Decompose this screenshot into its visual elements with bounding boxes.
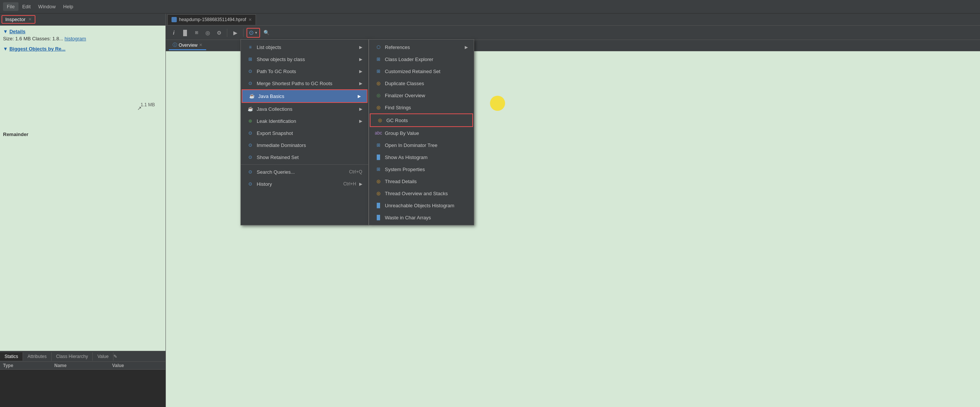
submenu-open-dominator-tree[interactable]: ⊞ Open In Dominator Tree [369, 139, 474, 151]
toolbar-objects-btn[interactable]: ◎ [203, 28, 213, 38]
play-icon: ▶ [233, 30, 237, 36]
path-gc-chevron: ▶ [359, 69, 362, 74]
objects-icon: ◎ [205, 30, 210, 36]
menu-item-export[interactable]: ⊙ Export Snapshot [241, 127, 368, 139]
thread-overview-icon: ◎ [375, 190, 382, 197]
submenu-customized-retained[interactable]: ⊞ Customized Retained Set [369, 65, 474, 77]
history-shortcut: Ctrl+H [344, 181, 356, 186]
show-objects-label: Show objects by class [257, 57, 305, 62]
menu-item-java-collections[interactable]: ☕ Java Collections ▶ [241, 103, 368, 115]
menu-item-history[interactable]: ⊙ History Ctrl+H ▶ [241, 178, 368, 190]
menu-item-show-retained[interactable]: ⊙ Show Retained Set [241, 151, 368, 163]
menu-item-path-to-gc[interactable]: ⊙ Path To GC Roots ▶ [241, 65, 368, 77]
toolbar: i ▐▌ ⊞ ◎ ⚙ ▶ ⊙ ▼ [166, 25, 980, 40]
main-layout: Inspector ✕ ▼ Details Size: 1.6 MB Class… [0, 14, 980, 407]
toolbar-chart-btn[interactable]: ▐▌ [180, 28, 190, 38]
gc-roots-label: GC Roots [387, 118, 408, 123]
finalizer-icon: ◎ [375, 92, 382, 99]
tab-statics[interactable]: Statics [0, 352, 23, 361]
submenu-duplicate-classes[interactable]: ◎ Duplicate Classes [369, 77, 474, 89]
details-label[interactable]: Details [10, 29, 25, 34]
menu-file[interactable]: File [3, 2, 19, 11]
submenu-gc-roots[interactable]: ◎ GC Roots [370, 113, 473, 127]
menu-item-leak[interactable]: ⊕ Leak Identification ▶ [241, 115, 368, 127]
submenu-show-histogram[interactable]: ▐▌ Show As Histogram [369, 151, 474, 163]
submenu-group-by-value[interactable]: abc Group By Value [369, 127, 474, 139]
submenu: ⬡ References ▶ ⊞ Class Loader Explorer ⊞… [369, 39, 474, 225]
refs-chevron: ▶ [465, 45, 468, 50]
details-arrow: ▼ [3, 29, 8, 34]
submenu-thread-overview[interactable]: ◎ Thread Overview and Stacks [369, 187, 474, 199]
menu-item-immediate-dom[interactable]: ⊙ Immediate Dominators [241, 139, 368, 151]
histogram-link[interactable]: histogram [64, 36, 86, 41]
size-annotation: 1.1 MB [141, 102, 155, 107]
leak-icon: ⊕ [247, 118, 254, 124]
toolbar-query-btn[interactable]: ⊙ ▼ [247, 28, 260, 38]
bottom-content: Type Name Value [0, 362, 165, 407]
submenu-finalizer[interactable]: ◎ Finalizer Overview [369, 89, 474, 102]
thread-details-label: Thread Details [385, 179, 417, 184]
submenu-waste-char[interactable]: ▐▌ Waste in Char Arrays [369, 211, 474, 224]
file-tab-close[interactable]: ✕ [248, 17, 252, 22]
show-histogram-label: Show As Histogram [385, 154, 428, 160]
tab-class-hierarchy[interactable]: Class Hierarchy [52, 352, 93, 361]
show-objects-icon: ⊞ [247, 56, 254, 62]
submenu-class-loader[interactable]: ⊞ Class Loader Explorer [369, 53, 474, 65]
menu-help[interactable]: Help [60, 2, 77, 11]
tab-attributes[interactable]: Attributes [23, 352, 52, 361]
biggest-objects-header: ▼ Biggest Objects by Re... [3, 46, 162, 52]
menu-item-show-objects[interactable]: ⊞ Show objects by class ▶ [241, 53, 368, 65]
toolbar-list-btn[interactable]: ⊞ [191, 28, 201, 38]
submenu-find-strings[interactable]: ◎ Find Strings [369, 102, 474, 113]
menu-edit[interactable]: Edit [19, 2, 34, 11]
merge-icon: ⊙ [247, 80, 254, 87]
history-chevron: ▶ [359, 182, 362, 186]
toolbar-info-btn[interactable]: i [169, 28, 179, 38]
loader-label: Class Loader Explorer [385, 57, 433, 62]
inspector-tab-close[interactable]: ✕ [28, 17, 32, 22]
settings-icon: ⚙ [217, 30, 222, 36]
menu-item-search-queries[interactable]: ⊙ Search Queries... Ctrl+Q [241, 166, 368, 178]
submenu-thread-details[interactable]: ◎ Thread Details [369, 175, 474, 187]
toolbar-settings-btn[interactable]: ⚙ [214, 28, 224, 38]
overview-tab[interactable]: ⓘ Overview ✕ [169, 41, 206, 50]
toolbar-sep-1 [227, 29, 227, 37]
customized-label: Customized Retained Set [385, 68, 440, 74]
dropdown-overlay: ≡ List objects ▶ ⊞ Show objects by class… [240, 39, 474, 225]
refs-icon: ⬡ [375, 44, 382, 51]
edit-icon[interactable]: ✎ [113, 354, 117, 359]
export-label: Export Snapshot [257, 130, 293, 136]
menu-item-list-objects[interactable]: ≡ List objects ▶ [241, 41, 368, 53]
java-collections-chevron: ▶ [359, 107, 362, 111]
unreachable-icon: ▐▌ [375, 202, 382, 209]
histogram-icon: ▐▌ [375, 154, 382, 161]
submenu-references[interactable]: ⬡ References ▶ [369, 41, 474, 53]
toolbar-play-btn[interactable]: ▶ [230, 28, 240, 38]
tab-value[interactable]: Value [93, 352, 113, 361]
toolbar-search-btn[interactable]: 🔍 [262, 28, 271, 38]
chart-icon: ▐▌ [181, 30, 189, 36]
bottom-tabs: Statics Attributes Class Hierarchy Value… [0, 351, 165, 407]
menu-item-java-basics[interactable]: ☕ Java Basics ▶ [242, 89, 368, 103]
inspector-content: ▼ Details Size: 1.6 MB Classes: 1.8... h… [0, 25, 165, 351]
open-dominator-label: Open In Dominator Tree [385, 142, 437, 148]
menu-window[interactable]: Window [34, 2, 59, 11]
list-objects-label: List objects [257, 45, 281, 50]
show-retained-label: Show Retained Set [257, 154, 299, 160]
arrow-annotation: ↗ [137, 105, 142, 111]
overview-tab-close[interactable]: ✕ [199, 43, 202, 48]
file-tab[interactable]: heapdump-1588683511494.hprof ✕ [167, 14, 256, 25]
left-panel: Inspector ✕ ▼ Details Size: 1.6 MB Class… [0, 14, 166, 407]
details-section: ▼ Details Size: 1.6 MB Classes: 1.8... h… [3, 29, 162, 41]
info-icon: i [173, 30, 175, 36]
export-icon: ⊙ [247, 130, 254, 137]
menu-item-merge-shortest[interactable]: ⊙ Merge Shortest Paths to GC Roots ▶ [241, 77, 368, 89]
submenu-unreachable[interactable]: ▐▌ Unreachable Objects Histogram [369, 199, 474, 211]
inspector-tab[interactable]: Inspector [5, 17, 25, 22]
submenu-system-props[interactable]: ⊞ System Properties [369, 163, 474, 175]
group-icon: abc [375, 130, 382, 137]
imm-dom-icon: ⊙ [247, 142, 254, 148]
search-queries-icon: ⊙ [247, 169, 254, 175]
thread-details-icon: ◎ [375, 178, 382, 184]
menu-sep-1 [241, 164, 368, 165]
